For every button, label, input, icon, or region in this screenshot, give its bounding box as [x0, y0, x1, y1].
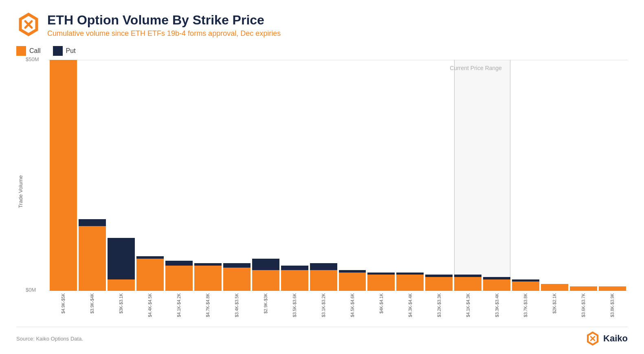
put-bar	[79, 219, 106, 226]
bar-group	[454, 60, 481, 291]
bar-group	[50, 60, 77, 291]
bar-stack	[570, 286, 597, 291]
call-bar	[454, 277, 481, 291]
chart-area: Trade Volume $50M $0M Current Price Rang…	[16, 60, 628, 323]
chart-subtitle: Cumulative volume since ETH ETFs 19b-4 f…	[47, 29, 281, 38]
put-label: Put	[66, 47, 76, 55]
grid-label-0m: $0M	[26, 287, 36, 293]
kaiko-footer-logo: Kaiko	[585, 331, 628, 346]
chart-inner: $50M $0M Current Price Range $4.9K-$5K$3…	[28, 60, 628, 323]
bar-group	[512, 60, 539, 291]
call-bar	[339, 273, 366, 291]
bar-stack	[79, 219, 106, 291]
x-axis-label: $3.9K-$4K	[79, 291, 106, 323]
bar-group	[165, 60, 193, 291]
bar-group	[483, 60, 510, 291]
bars-container	[48, 60, 628, 291]
x-axis-label: $3.1K-$3.2K	[310, 291, 337, 323]
call-bar	[79, 226, 106, 291]
kaiko-footer-icon	[585, 331, 600, 346]
x-axis-label: $3.2K-$3.3K	[425, 291, 453, 323]
bar-stack	[367, 273, 395, 291]
x-axis-label: $3.3K-$3.4K	[483, 291, 510, 323]
call-bar	[136, 259, 164, 291]
bar-group	[223, 60, 251, 291]
call-bar	[512, 281, 539, 291]
bar-group	[79, 60, 106, 291]
put-bar	[223, 263, 251, 268]
x-axis-label: $4.7K-$4.8K	[194, 291, 222, 323]
bar-group	[252, 60, 279, 291]
bar-group	[396, 60, 424, 291]
kaiko-header-icon	[16, 12, 41, 37]
bar-stack	[108, 238, 135, 291]
chart-legend: Call Put	[16, 46, 628, 56]
x-axis-label: $4.5K-$4.6K	[339, 291, 366, 323]
call-bar	[281, 270, 308, 291]
bar-group	[339, 60, 366, 291]
chart-title: ETH Option Volume By Strike Price	[47, 12, 281, 28]
call-bar	[396, 275, 424, 291]
y-axis-label: Trade Volume	[16, 60, 24, 323]
legend-put: Put	[53, 46, 76, 56]
put-bar	[165, 261, 193, 265]
x-axis-label: $2.9K-$3K	[252, 291, 279, 323]
x-axis-label: $4.1K-$4.3K	[454, 291, 481, 323]
bar-group	[570, 60, 597, 291]
put-bar	[310, 263, 337, 270]
call-swatch	[16, 46, 26, 56]
x-axis-label: $4.9K-$5K	[50, 291, 77, 323]
call-bar	[541, 284, 568, 291]
call-label: Call	[29, 47, 41, 55]
bar-group	[194, 60, 222, 291]
call-bar	[223, 268, 251, 291]
x-axis-labels: $4.9K-$5K$3.9K-$4K$3K-$3.1K$4.4K-$4.5K$4…	[48, 291, 628, 323]
x-axis-label: $4.4K-$4.5K	[136, 291, 164, 323]
bar-stack	[512, 279, 539, 291]
x-axis-label: $3.8K-$3.9K	[599, 291, 626, 323]
put-swatch	[53, 46, 63, 56]
call-bar	[165, 266, 193, 291]
x-axis-label: $4.3K-$4.4K	[396, 291, 424, 323]
call-bar	[310, 270, 337, 291]
call-bar	[108, 279, 135, 291]
bar-group	[136, 60, 164, 291]
footer: Source: Kaiko Options Data. Kaiko	[16, 327, 628, 346]
main-container: ETH Option Volume By Strike Price Cumula…	[0, 0, 644, 354]
call-bar	[570, 286, 597, 291]
put-bar	[281, 266, 308, 270]
legend-call: Call	[16, 46, 41, 56]
bar-stack	[194, 263, 222, 291]
put-bar	[252, 259, 279, 270]
bar-group	[599, 60, 626, 291]
bar-stack	[599, 286, 626, 291]
bar-group	[108, 60, 135, 291]
call-bar	[599, 286, 626, 291]
call-bar	[425, 277, 453, 291]
bar-stack	[339, 270, 366, 291]
x-axis-label: $3.7K-$3.8K	[512, 291, 539, 323]
bar-group	[367, 60, 395, 291]
x-axis-label: $3.5K-$3.6K	[281, 291, 308, 323]
put-bar	[108, 238, 135, 279]
title-block: ETH Option Volume By Strike Price Cumula…	[47, 12, 281, 38]
bar-group	[310, 60, 337, 291]
bar-stack	[252, 259, 279, 291]
bar-group	[425, 60, 453, 291]
bar-stack	[50, 60, 77, 291]
x-axis-label: $3.4K-$3.5K	[223, 291, 251, 323]
bar-stack	[165, 261, 193, 291]
bar-group	[541, 60, 568, 291]
bar-group	[281, 60, 308, 291]
bar-stack	[136, 256, 164, 291]
call-bar	[483, 279, 510, 291]
call-bar	[367, 275, 395, 291]
bar-stack	[454, 275, 481, 291]
x-axis-label: $2K-$2.1K	[541, 291, 568, 323]
x-axis-label: $4K-$4.1K	[367, 291, 395, 323]
x-axis-label: $4.1K-$4.2K	[165, 291, 193, 323]
x-axis-label: $3K-$3.1K	[108, 291, 135, 323]
call-bar	[194, 266, 222, 291]
call-bar	[50, 60, 77, 291]
bar-stack	[310, 263, 337, 291]
